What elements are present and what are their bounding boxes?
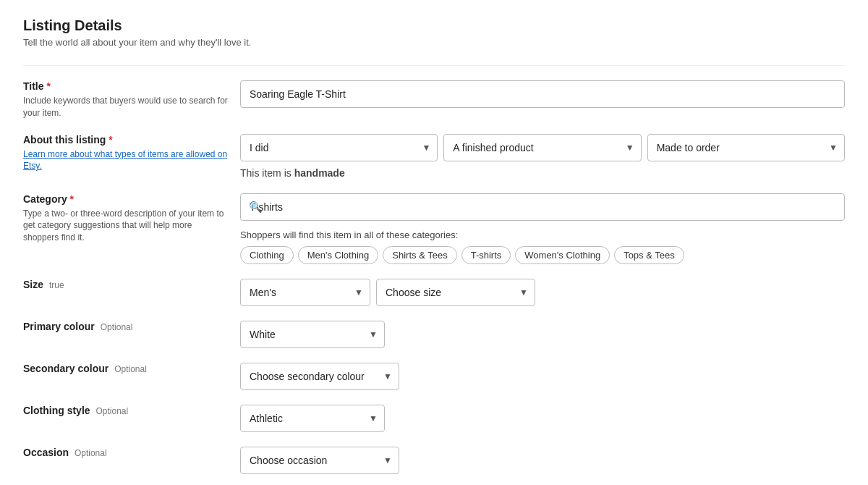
secondary-colour-field-col: Choose secondary colour White Black Red … <box>240 363 845 390</box>
category-tag-tops: Tops & Tees <box>614 246 684 264</box>
occasion-wrapper: Choose occasion Birthday Wedding Holiday… <box>240 447 399 474</box>
when-made-wrapper: Made to order 2020–2023 2010–2019 Before… <box>647 134 845 161</box>
what-is-it-select[interactable]: A finished product A supply or tool to m… <box>443 134 641 161</box>
size-field-col: Men's Women's Unisex Kids ▼ Choose size … <box>240 279 845 306</box>
clothing-style-wrapper: Athletic Casual Formal Vintage Bohemian … <box>240 405 385 432</box>
page-title: Listing Details <box>23 17 845 34</box>
size-row: Size true Men's Women's Unisex Kids ▼ <box>23 279 845 306</box>
secondary-colour-row: Secondary colour Optional Choose seconda… <box>23 363 845 390</box>
category-required: * <box>70 193 74 205</box>
about-field-col: I did A member of my shop Another compan… <box>240 134 845 179</box>
category-desc: Type a two- or three-word description of… <box>23 208 229 244</box>
when-made-select[interactable]: Made to order 2020–2023 2010–2019 Before… <box>647 134 845 161</box>
category-label: Category * <box>23 193 229 205</box>
primary-colour-label-col: Primary colour Optional <box>23 321 240 332</box>
secondary-colour-wrapper: Choose secondary colour White Black Red … <box>240 363 399 390</box>
what-is-it-wrapper: A finished product A supply or tool to m… <box>443 134 641 161</box>
title-required: * <box>46 80 50 92</box>
category-tags: Clothing Men's Clothing Shirts & Tees T-… <box>240 246 845 264</box>
primary-colour-label: Primary colour Optional <box>23 321 229 332</box>
clothing-style-select[interactable]: Athletic Casual Formal Vintage Bohemian <box>240 405 385 432</box>
size-label-col: Size true <box>23 279 240 290</box>
size-group-select[interactable]: Men's Women's Unisex Kids <box>240 279 370 306</box>
about-required: * <box>109 134 112 146</box>
size-select-wrapper: Choose size XS S M L XL XXL ▼ <box>376 279 535 306</box>
title-label-col: Title * Include keywords that buyers wou… <box>23 80 240 119</box>
title-desc: Include keywords that buyers would use t… <box>23 95 229 119</box>
occasion-label: Occasion Optional <box>23 447 229 458</box>
category-field-col: 🔍 Shoppers will find this item in all of… <box>240 193 845 264</box>
occasion-label-col: Occasion Optional <box>23 447 240 458</box>
handmade-badge: This item is handmade <box>240 167 845 179</box>
category-row: Category * Type a two- or three-word des… <box>23 193 845 264</box>
primary-colour-wrapper: White Black Red Blue Green Yellow Pink O… <box>240 321 385 348</box>
who-made-select[interactable]: I did A member of my shop Another compan… <box>240 134 438 161</box>
about-link[interactable]: Learn more about what types of items are… <box>23 149 227 172</box>
size-label: Size true <box>23 279 229 290</box>
secondary-colour-label: Secondary colour Optional <box>23 363 229 374</box>
about-desc: Learn more about what types of items are… <box>23 148 229 173</box>
page-wrapper: Listing Details Tell the world all about… <box>0 0 868 485</box>
who-made-wrapper: I did A member of my shop Another compan… <box>240 134 438 161</box>
title-field-col <box>240 80 845 108</box>
search-icon: 🔍 <box>249 201 263 214</box>
clothing-style-optional: Optional <box>95 406 128 416</box>
category-label-col: Category * Type a two- or three-word des… <box>23 193 240 244</box>
occasion-row: Occasion Optional Choose occasion Birthd… <box>23 447 845 474</box>
clothing-style-row: Clothing style Optional Athletic Casual … <box>23 405 845 432</box>
main-content: Listing Details Tell the world all about… <box>0 0 868 485</box>
category-tag-shirts: Shirts & Tees <box>383 246 456 264</box>
category-search-input[interactable] <box>240 193 845 221</box>
secondary-colour-label-col: Secondary colour Optional <box>23 363 240 374</box>
category-search-wrapper: 🔍 <box>240 193 845 221</box>
secondary-colour-optional: Optional <box>114 364 147 374</box>
category-tag-tshirts: T-shirts <box>461 246 511 264</box>
about-listing-row: About this listing * Learn more about wh… <box>23 134 845 179</box>
primary-colour-optional: Optional <box>101 322 133 332</box>
clothing-style-label-col: Clothing style Optional <box>23 405 240 416</box>
size-select[interactable]: Choose size XS S M L XL XXL <box>376 279 535 306</box>
page-subtitle: Tell the world all about your item and w… <box>23 37 845 48</box>
secondary-colour-select[interactable]: Choose secondary colour White Black Red … <box>240 363 399 390</box>
about-label-col: About this listing * Learn more about wh… <box>23 134 240 173</box>
clothing-style-label: Clothing style Optional <box>23 405 229 416</box>
size-group-wrapper: Men's Women's Unisex Kids ▼ <box>240 279 370 306</box>
about-label: About this listing * <box>23 134 229 146</box>
occasion-select[interactable]: Choose occasion Birthday Wedding Holiday… <box>240 447 399 474</box>
clothing-style-field-col: Athletic Casual Formal Vintage Bohemian … <box>240 405 845 432</box>
category-tag-mens: Men's Clothing <box>298 246 379 264</box>
title-label: Title * <box>23 80 229 92</box>
shoppers-text: Shoppers will find this item in all of t… <box>240 229 845 240</box>
size-optional: true <box>49 280 64 290</box>
handmade-bold: handmade <box>294 167 345 179</box>
category-tag-clothing: Clothing <box>240 246 294 264</box>
section-divider <box>23 65 845 66</box>
primary-colour-row: Primary colour Optional White Black Red … <box>23 321 845 348</box>
title-row: Title * Include keywords that buyers wou… <box>23 80 845 119</box>
occasion-field-col: Choose occasion Birthday Wedding Holiday… <box>240 447 845 474</box>
category-tag-womens: Women's Clothing <box>515 246 610 264</box>
occasion-optional: Optional <box>75 448 107 458</box>
about-selects-row: I did A member of my shop Another compan… <box>240 134 845 161</box>
primary-colour-field-col: White Black Red Blue Green Yellow Pink O… <box>240 321 845 348</box>
size-selects-row: Men's Women's Unisex Kids ▼ Choose size … <box>240 279 845 306</box>
title-input[interactable] <box>240 80 845 108</box>
primary-colour-select[interactable]: White Black Red Blue Green Yellow Pink O… <box>240 321 385 348</box>
